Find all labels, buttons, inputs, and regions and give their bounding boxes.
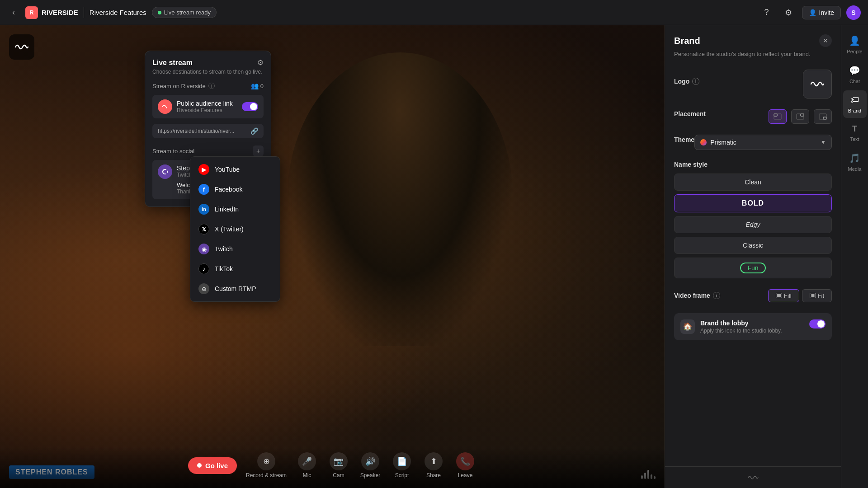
record-stream-label: Record & stream [246, 472, 287, 479]
placement-bottom-right[interactable] [814, 109, 832, 124]
stream-on-label: Stream on Riverside [152, 83, 206, 89]
invite-button[interactable]: 👤 Invite [802, 6, 841, 19]
dropdown-item-x-twitter[interactable]: 𝕏 X (Twitter) [193, 219, 277, 239]
brand-close-button[interactable]: ✕ [819, 34, 832, 47]
dropdown-item-tiktok[interactable]: ♪ TikTok [193, 259, 277, 279]
rail-item-brand[interactable]: 🏷 Brand [843, 90, 867, 118]
mic-label: Mic [303, 472, 311, 479]
video-frame-info-icon: i [713, 292, 720, 299]
panel-subtitle: Choose destinations to stream to then go… [152, 69, 264, 75]
svg-rect-3 [797, 114, 804, 119]
dropdown-item-twitch[interactable]: ◉ Twitch [193, 239, 277, 259]
script-button[interactable]: 📄 Script [391, 452, 413, 479]
theme-section: Theme Prismatic ▼ [674, 135, 832, 150]
text-label: Text [850, 136, 859, 142]
tiktok-label: TikTok [215, 265, 233, 272]
brand-lobby-toggle[interactable] [809, 319, 826, 328]
share-button[interactable]: ⬆ Share [422, 452, 445, 479]
chat-label: Chat [849, 79, 860, 84]
logo-section: Logo i [674, 70, 832, 99]
viewers-number: 0 [260, 83, 264, 89]
name-style-section: Name style Clean BOLD Edgy Classic [674, 161, 832, 278]
youtube-label: YouTube [215, 166, 240, 173]
twitch-icon: ◉ [198, 244, 209, 254]
right-icon-rail: 👤 People 💬 Chat 🏷 Brand T Text 🎵 Media [841, 25, 868, 488]
placement-top-right[interactable] [791, 109, 809, 124]
people-label: People [847, 49, 862, 54]
brand-lobby-desc: Apply this look to the studio lobby. [700, 328, 804, 334]
name-style-clean[interactable]: Clean [674, 174, 832, 191]
name-style-edgy[interactable]: Edgy [674, 216, 832, 233]
brand-lobby-title: Brand the lobby [700, 319, 804, 327]
panel-header: Live stream ⚙ [152, 58, 264, 67]
share-label: Share [426, 472, 441, 479]
frame-fill-button[interactable]: Fill [768, 289, 799, 302]
person-head [287, 52, 513, 346]
media-label: Media [848, 166, 862, 172]
dropdown-item-facebook[interactable]: f Facebook [193, 179, 277, 199]
help-button[interactable]: ? [759, 5, 775, 21]
panel-title: Live stream [152, 59, 193, 67]
mic-icon: 🎤 [298, 452, 316, 470]
cam-button[interactable]: 📷 Cam [327, 452, 350, 479]
user-avatar[interactable]: S [846, 5, 861, 20]
rtmp-icon: ⊕ [198, 283, 209, 294]
public-link-icon [158, 99, 172, 114]
add-social-button[interactable]: + [253, 145, 264, 156]
twitch-label: Twitch [215, 245, 233, 253]
people-icon: 👤 [849, 35, 860, 46]
theme-section-title: Theme [674, 136, 694, 143]
mic-button[interactable]: 🎤 Mic [296, 452, 318, 479]
svg-rect-2 [801, 114, 804, 116]
brand-panel: Brand ✕ Personalize the studio's design … [665, 25, 841, 466]
cam-icon: 📷 [330, 452, 348, 470]
name-style-fun[interactable]: Fun [674, 258, 832, 278]
back-button[interactable]: ‹ [7, 6, 20, 19]
name-style-classic[interactable]: Classic [674, 237, 832, 254]
sidebar-footer [665, 466, 841, 488]
public-link-toggle[interactable] [242, 102, 258, 111]
placement-top-left[interactable] [769, 109, 787, 124]
theme-selector[interactable]: Prismatic ▼ [694, 135, 832, 150]
rail-item-text[interactable]: T Text [843, 120, 867, 146]
dropdown-item-custom-rtmp[interactable]: ⊕ Custom RTMP [193, 279, 277, 299]
rail-item-people[interactable]: 👤 People [843, 31, 867, 59]
facebook-label: Facebook [215, 186, 242, 193]
linkedin-label: LinkedIn [215, 206, 239, 213]
frame-fit-button[interactable]: Fit [802, 289, 832, 302]
brand-lobby-row: 🏠 Brand the lobby Apply this look to the… [674, 313, 832, 340]
logo-section-title: Logo i [674, 78, 699, 85]
invite-icon: 👤 [809, 9, 816, 16]
go-live-button[interactable]: Go live [188, 457, 237, 474]
name-style-section-title: Name style [674, 161, 832, 168]
settings-button[interactable]: ⚙ [780, 5, 797, 21]
brand-icon: 🏷 [850, 95, 859, 105]
rail-item-media[interactable]: 🎵 Media [843, 148, 867, 176]
record-stream-button[interactable]: ⊕ Record & stream [246, 452, 287, 479]
x-twitter-icon: 𝕏 [198, 224, 209, 235]
bottom-toolbar: Go live ⊕ Record & stream 🎤 Mic 📷 Cam 🔊 … [0, 447, 665, 488]
logo-preview[interactable] [803, 70, 832, 99]
brand-panel-header: Brand ✕ [674, 34, 832, 47]
rail-item-chat[interactable]: 💬 Chat [843, 61, 867, 89]
panel-settings-icon[interactable]: ⚙ [257, 58, 264, 67]
brand-name: RIVERSIDE [42, 9, 78, 16]
speaker-icon: 🔊 [361, 452, 379, 470]
copy-url-button[interactable]: 🔗 [250, 127, 258, 135]
dropdown-item-youtube[interactable]: ▶ YouTube [193, 160, 277, 179]
brand-lobby-toggle-knob [817, 320, 825, 328]
go-live-dot [197, 463, 202, 468]
dropdown-item-linkedin[interactable]: in LinkedIn [193, 199, 277, 219]
name-style-options: Clean BOLD Edgy Classic Fun [674, 174, 832, 278]
name-style-bold[interactable]: BOLD [674, 194, 832, 212]
x-twitter-label: X (Twitter) [215, 225, 244, 233]
placement-section-title: Placement [674, 110, 706, 117]
speaker-label: Speaker [360, 472, 381, 479]
speaker-button[interactable]: 🔊 Speaker [359, 452, 382, 479]
leave-button[interactable]: 📞 Leave [454, 452, 476, 479]
svg-rect-5 [819, 114, 826, 119]
text-icon: T [852, 124, 857, 134]
public-link-row: Public audience link Riverside Features [152, 95, 264, 118]
video-area: STEPHEN ROBLES Live stream ⚙ Choose dest… [0, 25, 665, 488]
public-link-name: Public audience link [177, 100, 237, 107]
